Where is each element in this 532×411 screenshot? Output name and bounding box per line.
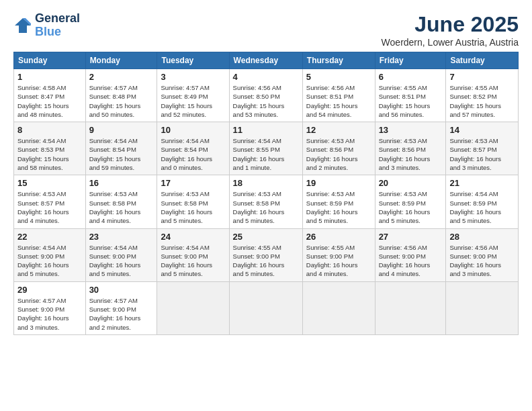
calendar-cell: 5Sunrise: 4:56 AMSunset: 8:51 PMDaylight… (302, 69, 375, 122)
day-number: 6 (379, 72, 443, 82)
calendar-cell: 8Sunrise: 4:54 AMSunset: 8:53 PMDaylight… (14, 122, 86, 175)
calendar-cell: 3Sunrise: 4:57 AMSunset: 8:49 PMDaylight… (157, 69, 229, 122)
calendar-cell: 13Sunrise: 4:53 AMSunset: 8:56 PMDayligh… (375, 122, 446, 175)
col-wednesday: Wednesday (229, 52, 302, 69)
calendar-cell: 21Sunrise: 4:54 AMSunset: 8:59 PMDayligh… (446, 175, 519, 228)
day-number: 5 (306, 72, 371, 82)
logo: General Blue (13, 12, 80, 39)
logo-line2: Blue (35, 26, 80, 39)
day-info: Sunrise: 4:54 AMSunset: 8:54 PMDaylight:… (161, 136, 225, 172)
calendar-cell: 23Sunrise: 4:54 AMSunset: 9:00 PMDayligh… (85, 228, 157, 281)
day-info: Sunrise: 4:56 AMSunset: 9:00 PMDaylight:… (379, 243, 443, 279)
day-number: 15 (17, 178, 82, 188)
day-number: 8 (17, 125, 82, 135)
calendar-cell: 20Sunrise: 4:53 AMSunset: 8:59 PMDayligh… (375, 175, 446, 228)
header: General Blue June 2025 Woerdern, Lower A… (13, 12, 519, 48)
day-info: Sunrise: 4:54 AMSunset: 9:00 PMDaylight:… (89, 243, 154, 279)
calendar-cell: 17Sunrise: 4:53 AMSunset: 8:58 PMDayligh… (157, 175, 229, 228)
calendar-cell: 12Sunrise: 4:53 AMSunset: 8:56 PMDayligh… (302, 122, 375, 175)
calendar-week-3: 15Sunrise: 4:53 AMSunset: 8:57 PMDayligh… (14, 175, 519, 228)
calendar-week-1: 1Sunrise: 4:58 AMSunset: 8:47 PMDaylight… (14, 69, 519, 122)
col-tuesday: Tuesday (157, 52, 229, 69)
calendar-cell: 22Sunrise: 4:54 AMSunset: 9:00 PMDayligh… (14, 228, 86, 281)
calendar-cell: 7Sunrise: 4:55 AMSunset: 8:52 PMDaylight… (446, 69, 519, 122)
calendar-week-5: 29Sunrise: 4:57 AMSunset: 9:00 PMDayligh… (14, 281, 519, 334)
col-sunday: Sunday (14, 52, 86, 69)
calendar-cell: 18Sunrise: 4:53 AMSunset: 8:58 PMDayligh… (229, 175, 302, 228)
calendar-cell: 29Sunrise: 4:57 AMSunset: 9:00 PMDayligh… (14, 281, 86, 334)
day-info: Sunrise: 4:55 AMSunset: 9:00 PMDaylight:… (306, 243, 371, 279)
day-info: Sunrise: 4:53 AMSunset: 8:58 PMDaylight:… (233, 189, 299, 225)
day-number: 27 (379, 232, 443, 242)
day-info: Sunrise: 4:57 AMSunset: 8:48 PMDaylight:… (89, 83, 154, 119)
day-info: Sunrise: 4:53 AMSunset: 8:57 PMDaylight:… (17, 189, 82, 225)
day-number: 29 (17, 285, 82, 295)
day-info: Sunrise: 4:53 AMSunset: 8:59 PMDaylight:… (306, 189, 371, 225)
day-info: Sunrise: 4:54 AMSunset: 9:00 PMDaylight:… (161, 243, 225, 279)
calendar-week-4: 22Sunrise: 4:54 AMSunset: 9:00 PMDayligh… (14, 228, 519, 281)
day-info: Sunrise: 4:55 AMSunset: 8:52 PMDaylight:… (449, 83, 515, 119)
day-number: 25 (233, 232, 299, 242)
calendar-cell: 16Sunrise: 4:53 AMSunset: 8:58 PMDayligh… (85, 175, 157, 228)
day-number: 14 (449, 125, 515, 135)
logo-text: General Blue (35, 12, 80, 39)
day-number: 20 (379, 178, 443, 188)
calendar-body: 1Sunrise: 4:58 AMSunset: 8:47 PMDaylight… (14, 69, 519, 335)
day-number: 11 (233, 125, 299, 135)
day-info: Sunrise: 4:56 AMSunset: 8:51 PMDaylight:… (306, 83, 371, 119)
calendar-cell: 28Sunrise: 4:56 AMSunset: 9:00 PMDayligh… (446, 228, 519, 281)
calendar-header: Sunday Monday Tuesday Wednesday Thursday… (14, 52, 519, 69)
calendar-cell: 2Sunrise: 4:57 AMSunset: 8:48 PMDaylight… (85, 69, 157, 122)
day-info: Sunrise: 4:57 AMSunset: 9:00 PMDaylight:… (89, 296, 154, 332)
day-info: Sunrise: 4:53 AMSunset: 8:59 PMDaylight:… (379, 189, 443, 225)
calendar-cell (157, 281, 229, 334)
day-info: Sunrise: 4:54 AMSunset: 9:00 PMDaylight:… (17, 243, 82, 279)
day-number: 21 (449, 178, 515, 188)
day-number: 17 (161, 178, 225, 188)
day-info: Sunrise: 4:54 AMSunset: 8:53 PMDaylight:… (17, 136, 82, 172)
day-info: Sunrise: 4:57 AMSunset: 8:49 PMDaylight:… (161, 83, 225, 119)
calendar-cell (446, 281, 519, 334)
calendar-cell: 11Sunrise: 4:54 AMSunset: 8:55 PMDayligh… (229, 122, 302, 175)
calendar-page: General Blue June 2025 Woerdern, Lower A… (0, 0, 532, 411)
day-info: Sunrise: 4:53 AMSunset: 8:56 PMDaylight:… (379, 136, 443, 172)
calendar-cell: 6Sunrise: 4:55 AMSunset: 8:51 PMDaylight… (375, 69, 446, 122)
day-info: Sunrise: 4:56 AMSunset: 9:00 PMDaylight:… (449, 243, 515, 279)
day-number: 30 (89, 285, 154, 295)
header-row: Sunday Monday Tuesday Wednesday Thursday… (14, 52, 519, 69)
day-number: 19 (306, 178, 371, 188)
day-info: Sunrise: 4:55 AMSunset: 8:51 PMDaylight:… (379, 83, 443, 119)
col-saturday: Saturday (446, 52, 519, 69)
day-number: 2 (89, 72, 154, 82)
calendar-cell (375, 281, 446, 334)
day-info: Sunrise: 4:54 AMSunset: 8:55 PMDaylight:… (233, 136, 299, 172)
calendar-cell: 9Sunrise: 4:54 AMSunset: 8:54 PMDaylight… (85, 122, 157, 175)
day-info: Sunrise: 4:53 AMSunset: 8:57 PMDaylight:… (449, 136, 515, 172)
day-number: 10 (161, 125, 225, 135)
col-friday: Friday (375, 52, 446, 69)
day-number: 4 (233, 72, 299, 82)
calendar-cell: 1Sunrise: 4:58 AMSunset: 8:47 PMDaylight… (14, 69, 86, 122)
calendar-cell (302, 281, 375, 334)
calendar-cell: 24Sunrise: 4:54 AMSunset: 9:00 PMDayligh… (157, 228, 229, 281)
day-number: 1 (17, 72, 82, 82)
day-number: 24 (161, 232, 225, 242)
day-info: Sunrise: 4:57 AMSunset: 9:00 PMDaylight:… (17, 296, 82, 332)
calendar-cell: 25Sunrise: 4:55 AMSunset: 9:00 PMDayligh… (229, 228, 302, 281)
day-number: 12 (306, 125, 371, 135)
day-info: Sunrise: 4:54 AMSunset: 8:59 PMDaylight:… (449, 189, 515, 225)
day-number: 28 (449, 232, 515, 242)
calendar-cell: 27Sunrise: 4:56 AMSunset: 9:00 PMDayligh… (375, 228, 446, 281)
day-number: 23 (89, 232, 154, 242)
month-title: June 2025 (382, 12, 519, 37)
day-number: 18 (233, 178, 299, 188)
day-number: 3 (161, 72, 225, 82)
calendar-cell: 4Sunrise: 4:56 AMSunset: 8:50 PMDaylight… (229, 69, 302, 122)
day-info: Sunrise: 4:53 AMSunset: 8:56 PMDaylight:… (306, 136, 371, 172)
day-info: Sunrise: 4:58 AMSunset: 8:47 PMDaylight:… (17, 83, 82, 119)
title-area: June 2025 Woerdern, Lower Austria, Austr… (382, 12, 519, 48)
calendar-cell: 26Sunrise: 4:55 AMSunset: 9:00 PMDayligh… (302, 228, 375, 281)
calendar-cell: 10Sunrise: 4:54 AMSunset: 8:54 PMDayligh… (157, 122, 229, 175)
calendar-cell: 15Sunrise: 4:53 AMSunset: 8:57 PMDayligh… (14, 175, 86, 228)
day-number: 22 (17, 232, 82, 242)
